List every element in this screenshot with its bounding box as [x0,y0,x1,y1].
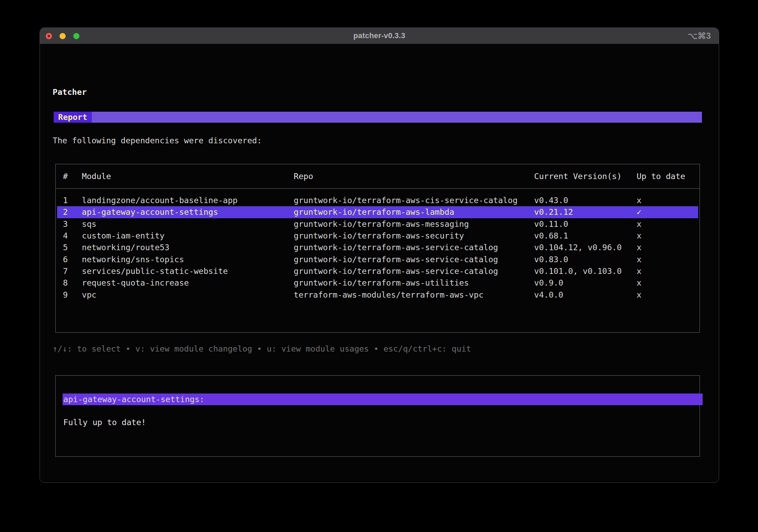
table-row[interactable]: 7 services/public-static-website gruntwo… [57,265,698,277]
cell-module: services/public-static-website [82,266,228,276]
tab-bar: Report [54,112,702,123]
cell-status: x [637,266,641,276]
table-row[interactable]: 4 custom-iam-entity gruntwork-io/terrafo… [57,230,698,242]
module-detail-status: Fully up to date! [63,418,146,427]
cell-versions: v0.104.12, v0.96.0 [534,243,622,252]
cell-repo: gruntwork-io/terraform-aws-utilities [294,278,469,288]
cell-num: 8 [63,278,68,288]
table-header: # Module Repo Current Version(s) Up to d… [56,164,700,189]
table-row[interactable]: 3 sqs gruntwork-io/terraform-aws-messagi… [57,218,698,230]
table-row-selected[interactable]: 2 api-gateway-account-settings gruntwork… [57,206,698,218]
table-row[interactable]: 8 request-quota-increase gruntwork-io/te… [57,277,698,289]
col-header-num: # [63,171,68,181]
cell-module: networking/route53 [82,243,170,252]
col-header-module: Module [82,171,111,181]
close-button[interactable] [46,33,52,39]
col-header-versions: Current Version(s) [534,171,622,181]
cell-repo: gruntwork-io/terraform-aws-service-catal… [294,243,498,252]
cell-versions: v0.83.0 [534,255,568,264]
terminal-window: patcher-v0.3.3 ⌥⌘3 Patcher Report The fo… [40,27,719,483]
cell-module: api-gateway-account-settings [82,207,218,217]
traffic-lights [46,28,79,44]
window-title: patcher-v0.3.3 [354,31,405,40]
tab-report[interactable]: Report [54,112,92,123]
module-detail-header: api-gateway-account-settings: [63,394,703,405]
cell-module: networking/sns-topics [82,255,184,264]
cell-module: landingzone/account-baseline-app [82,196,238,205]
cell-module: request-quota-increase [82,278,189,288]
cell-num: 1 [63,196,68,205]
cell-module: sqs [82,219,96,229]
cell-status: x [637,290,641,300]
page-title: Patcher [53,87,87,97]
table-row[interactable]: 6 networking/sns-topics gruntwork-io/ter… [57,253,698,265]
cell-versions: v0.68.1 [534,231,568,241]
cell-versions: v0.21.12 [534,207,573,217]
cell-status: x [637,243,641,252]
cell-num: 6 [63,255,68,264]
cell-status-check-icon: ✓ [637,207,641,217]
cell-status: x [637,231,641,241]
cell-status: x [637,219,641,229]
cell-num: 5 [63,243,68,252]
dependency-table: # Module Repo Current Version(s) Up to d… [55,164,700,333]
table-row[interactable]: 5 networking/route53 gruntwork-io/terraf… [57,242,698,253]
cell-versions: v0.43.0 [534,196,568,205]
cell-repo: terraform-aws-modules/terraform-aws-vpc [294,290,484,300]
col-header-repo: Repo [294,171,313,181]
intro-text: The following dependencies were discover… [53,136,262,145]
cell-repo: gruntwork-io/terraform-aws-messaging [294,219,469,229]
cell-versions: v0.9.0 [534,278,563,288]
table-row[interactable]: 9 vpc terraform-aws-modules/terraform-aw… [57,289,698,300]
terminal-content: Patcher Report The following dependencie… [40,44,719,483]
cell-status: x [637,255,641,264]
cell-num: 3 [63,219,68,229]
cell-versions: v4.0.0 [534,290,563,300]
cell-repo: gruntwork-io/terraform-aws-lambda [294,207,454,217]
table-row[interactable]: 1 landingzone/account-baseline-app grunt… [57,195,698,206]
cell-num: 7 [63,266,68,276]
module-detail-panel: api-gateway-account-settings: Fully up t… [55,375,700,457]
minimize-button[interactable] [59,33,66,39]
cell-module: vpc [82,290,96,300]
cell-repo: gruntwork-io/terraform-aws-cis-service-c… [294,196,518,205]
table-body: 1 landingzone/account-baseline-app grunt… [56,189,700,301]
col-header-status: Up to date [637,171,685,181]
keyboard-help-text: ↑/↓: to select • v: view module changelo… [53,344,471,354]
zoom-button[interactable] [73,33,79,39]
cell-num: 9 [63,290,68,300]
cell-status: x [637,278,641,288]
cell-num: 2 [63,207,68,217]
cell-repo: gruntwork-io/terraform-aws-security [294,231,464,241]
window-shortcut-badge: ⌥⌘3 [687,28,711,44]
cell-versions: v0.11.0 [534,219,568,229]
titlebar: patcher-v0.3.3 ⌥⌘3 [40,28,719,44]
cell-repo: gruntwork-io/terraform-aws-service-catal… [294,255,498,264]
cell-module: custom-iam-entity [82,231,165,241]
module-detail-title: api-gateway-account-settings: [63,395,204,404]
cell-versions: v0.101.0, v0.103.0 [534,266,622,276]
cell-num: 4 [63,231,68,241]
cell-status: x [637,196,641,205]
cell-repo: gruntwork-io/terraform-aws-service-catal… [294,266,498,276]
